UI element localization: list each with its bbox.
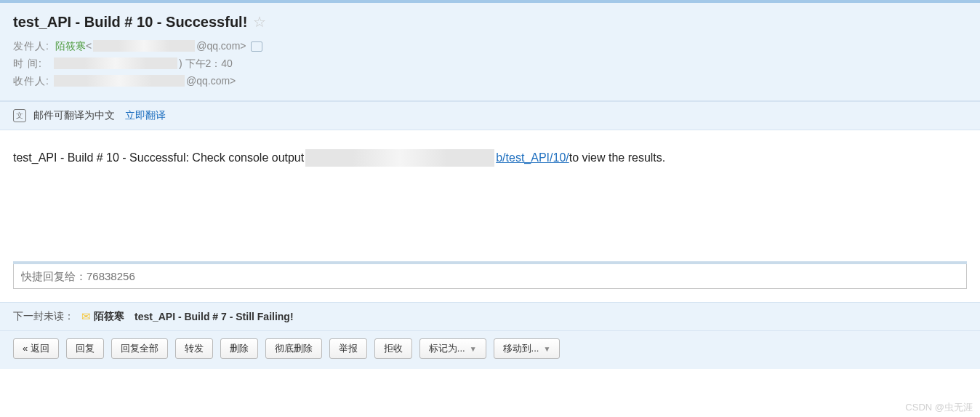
report-button[interactable]: 举报 — [329, 338, 367, 359]
body-link[interactable]: b/test_API/10/ — [496, 151, 569, 164]
recipient-label: 收件人: — [13, 73, 52, 89]
recipient-row: 收件人: @qq.com> — [13, 73, 967, 89]
next-unread-subject: test_API - Build # 7 - Still Failing! — [134, 311, 294, 322]
time-suffix: ) 下午2：40 — [179, 55, 233, 71]
time-row: 时 间: ) 下午2：40 — [13, 55, 967, 71]
chevron-down-icon: ▼ — [543, 345, 550, 353]
email-header: test_API - Build # 10 - Successful! ☆ 发件… — [0, 3, 980, 101]
forward-button[interactable]: 转发 — [175, 338, 213, 359]
actions-bar: « 返回 回复 回复全部 转发 删除 彻底删除 举报 拒收 标记为... ▼ 移… — [0, 331, 980, 369]
chevron-down-icon: ▼ — [470, 345, 477, 353]
star-icon[interactable]: ☆ — [253, 13, 266, 31]
sender-email-suffix: @qq.com> — [196, 38, 246, 54]
recipient-suffix: @qq.com> — [186, 73, 236, 89]
sender-name[interactable]: 陌筱寒 — [55, 38, 86, 54]
sender-bracket: < — [86, 38, 92, 54]
watermark: CSDN @虫无涯 — [905, 401, 973, 414]
reply-button[interactable]: 回复 — [66, 338, 104, 359]
email-subject: test_API - Build # 10 - Successful! — [13, 14, 247, 31]
delete-button[interactable]: 删除 — [220, 338, 258, 359]
subject-row: test_API - Build # 10 - Successful! ☆ — [13, 13, 967, 31]
translate-link[interactable]: 立即翻译 — [125, 109, 166, 122]
email-body: test_API - Build # 10 - Successful: Chec… — [0, 130, 980, 239]
translate-message: 邮件可翻译为中文 — [33, 109, 115, 122]
mark-as-label: 标记为... — [429, 342, 465, 355]
translate-icon: 文 — [13, 109, 26, 122]
quick-reply-section — [0, 261, 980, 289]
next-unread-sender: 陌筱寒 — [94, 310, 124, 323]
move-to-label: 移动到... — [503, 342, 539, 355]
next-unread-bar[interactable]: 下一封未读： ✉ 陌筱寒 test_API - Build # 7 - Stil… — [0, 302, 980, 331]
sender-row: 发件人: 陌筱寒 < @qq.com> — [13, 38, 967, 54]
time-label: 时 间: — [13, 55, 52, 71]
mark-as-dropdown[interactable]: 标记为... ▼ — [419, 338, 486, 359]
reject-button[interactable]: 拒收 — [374, 338, 412, 359]
back-button[interactable]: « 返回 — [13, 338, 59, 359]
move-to-dropdown[interactable]: 移动到... ▼ — [494, 338, 561, 359]
body-line: test_API - Build # 10 - Successful: Chec… — [13, 149, 967, 167]
reply-all-button[interactable]: 回复全部 — [111, 338, 168, 359]
redacted-time — [54, 57, 177, 69]
next-unread-label: 下一封未读： — [13, 310, 74, 323]
body-text-before: test_API - Build # 10 - Successful: Chec… — [13, 151, 304, 164]
quick-reply-input[interactable] — [13, 264, 967, 289]
translate-bar: 文 邮件可翻译为中文 立即翻译 — [0, 101, 980, 130]
body-text-after: to view the results. — [569, 151, 666, 164]
redacted-url — [305, 149, 494, 167]
redacted-recipient — [54, 75, 185, 87]
sender-label: 发件人: — [13, 38, 52, 54]
vcard-icon[interactable] — [251, 41, 262, 52]
delete-forever-button[interactable]: 彻底删除 — [265, 338, 322, 359]
redacted-sender-email — [93, 40, 195, 52]
envelope-icon: ✉ — [81, 310, 91, 323]
